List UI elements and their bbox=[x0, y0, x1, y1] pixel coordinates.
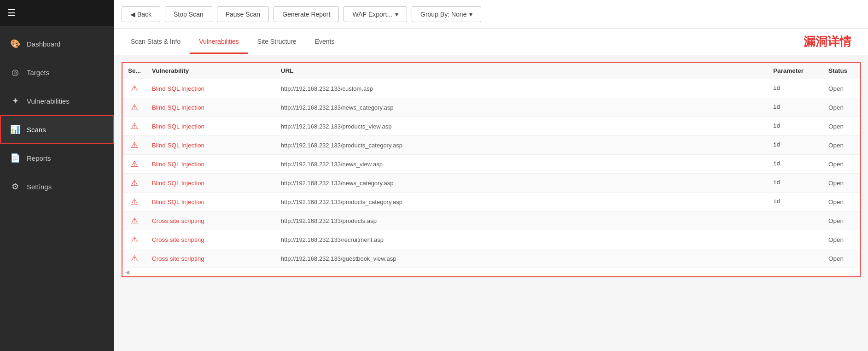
sidebar: ☰ 🎨 Dashboard ◎ Targets ✦ Vulnerabilitie… bbox=[0, 0, 114, 351]
url-cell: http://192.168.232.133/products.asp bbox=[275, 211, 768, 230]
url-cell: http://192.168.232.133/products_category… bbox=[275, 136, 768, 155]
stop-scan-button[interactable]: Stop Scan bbox=[165, 6, 212, 22]
group-by-button[interactable]: Group By: None ▾ bbox=[412, 6, 481, 22]
pause-scan-button[interactable]: Pause Scan bbox=[217, 6, 269, 22]
toolbar: ◀ Back Stop Scan Pause Scan Generate Rep… bbox=[114, 0, 868, 29]
vulnerability-table: Se... Vulnerability URL Parameter Status… bbox=[122, 63, 860, 268]
parameter-cell: id bbox=[768, 193, 823, 211]
vulnerability-name[interactable]: Blind SQL Injection bbox=[152, 161, 204, 168]
url-cell: http://192.168.232.133/guestbook_view.as… bbox=[275, 249, 768, 268]
severity-cell: ⚠ bbox=[122, 211, 146, 230]
severity-icon: ⚠ bbox=[128, 216, 141, 226]
tab-events[interactable]: Events bbox=[306, 30, 344, 54]
severity-icon: ⚠ bbox=[128, 121, 141, 131]
sidebar-item-targets[interactable]: ◎ Targets bbox=[0, 58, 114, 87]
url-cell: http://192.168.232.133/custom.asp bbox=[275, 79, 768, 98]
vulnerability-name[interactable]: Blind SQL Injection bbox=[152, 123, 204, 130]
parameter-cell bbox=[768, 211, 823, 230]
hamburger-icon[interactable]: ☰ bbox=[7, 7, 16, 18]
sidebar-item-reports[interactable]: 📄 Reports bbox=[0, 144, 114, 172]
table-row[interactable]: ⚠Blind SQL Injectionhttp://192.168.232.1… bbox=[122, 98, 860, 117]
vulnerability-cell[interactable]: Blind SQL Injection bbox=[146, 174, 275, 193]
generate-report-button[interactable]: Generate Report bbox=[274, 6, 339, 22]
table-row[interactable]: ⚠Blind SQL Injectionhttp://192.168.232.1… bbox=[122, 174, 860, 193]
status-cell: Open bbox=[823, 211, 860, 230]
table-row[interactable]: ⚠Cross site scriptinghttp://192.168.232.… bbox=[122, 230, 860, 249]
tab-site-structure[interactable]: Site Structure bbox=[248, 30, 306, 54]
vulnerability-name[interactable]: Cross site scripting bbox=[152, 236, 204, 243]
severity-cell: ⚠ bbox=[122, 230, 146, 249]
vulnerability-table-wrapper: Se... Vulnerability URL Parameter Status… bbox=[122, 62, 861, 277]
tab-title-chinese: 漏洞详情 bbox=[804, 34, 861, 50]
severity-icon: ⚠ bbox=[128, 197, 141, 207]
sidebar-item-scans[interactable]: 📊 Scans bbox=[0, 115, 114, 144]
vulnerabilities-icon: ✦ bbox=[10, 96, 20, 106]
sidebar-nav: 🎨 Dashboard ◎ Targets ✦ Vulnerabilities … bbox=[0, 26, 114, 201]
table-row[interactable]: ⚠Blind SQL Injectionhttp://192.168.232.1… bbox=[122, 155, 860, 174]
waf-export-button[interactable]: WAF Export... ▾ bbox=[344, 6, 407, 22]
scans-icon: 📊 bbox=[10, 124, 20, 135]
sidebar-item-label: Targets bbox=[27, 69, 49, 76]
col-header-url: URL bbox=[275, 63, 768, 79]
vulnerability-cell[interactable]: Cross site scripting bbox=[146, 249, 275, 268]
sidebar-item-dashboard[interactable]: 🎨 Dashboard bbox=[0, 29, 114, 58]
table-row[interactable]: ⚠Cross site scriptinghttp://192.168.232.… bbox=[122, 249, 860, 268]
vulnerability-name[interactable]: Blind SQL Injection bbox=[152, 142, 204, 149]
vulnerability-name[interactable]: Blind SQL Injection bbox=[152, 85, 204, 92]
vulnerability-name[interactable]: Blind SQL Injection bbox=[152, 180, 204, 187]
group-by-label: Group By: None bbox=[420, 11, 466, 18]
url-cell: http://192.168.232.133/products_category… bbox=[275, 193, 768, 211]
vulnerability-cell[interactable]: Blind SQL Injection bbox=[146, 155, 275, 174]
col-header-vulnerability: Vulnerability bbox=[146, 63, 275, 79]
vulnerability-cell[interactable]: Blind SQL Injection bbox=[146, 136, 275, 155]
main-content: ◀ Back Stop Scan Pause Scan Generate Rep… bbox=[114, 0, 868, 351]
back-button[interactable]: ◀ Back bbox=[122, 6, 160, 22]
group-by-chevron-icon: ▾ bbox=[469, 11, 472, 18]
parameter-cell bbox=[768, 230, 823, 249]
sidebar-item-label: Scans bbox=[27, 126, 46, 134]
url-cell: http://192.168.232.133/news_category.asp bbox=[275, 98, 768, 117]
vulnerability-name[interactable]: Blind SQL Injection bbox=[152, 199, 204, 205]
col-header-severity: Se... bbox=[122, 63, 146, 79]
vulnerability-cell[interactable]: Blind SQL Injection bbox=[146, 117, 275, 136]
vulnerability-name[interactable]: Cross site scripting bbox=[152, 217, 204, 224]
vulnerability-name[interactable]: Cross site scripting bbox=[152, 255, 204, 262]
tabs-bar: Scan Stats & Info Vulnerabilities Site S… bbox=[114, 29, 868, 55]
severity-icon: ⚠ bbox=[128, 178, 141, 188]
tab-scan-stats[interactable]: Scan Stats & Info bbox=[122, 30, 190, 54]
sidebar-item-settings[interactable]: ⚙ Settings bbox=[0, 172, 114, 201]
parameter-cell: id bbox=[768, 98, 823, 117]
settings-icon: ⚙ bbox=[10, 181, 20, 192]
status-cell: Open bbox=[823, 136, 860, 155]
status-cell: Open bbox=[823, 230, 860, 249]
table-area: Se... Vulnerability URL Parameter Status… bbox=[114, 55, 868, 351]
vulnerability-cell[interactable]: Blind SQL Injection bbox=[146, 193, 275, 211]
severity-icon: ⚠ bbox=[128, 159, 141, 169]
status-cell: Open bbox=[823, 117, 860, 136]
sidebar-item-vulnerabilities[interactable]: ✦ Vulnerabilities bbox=[0, 87, 114, 115]
url-cell: http://192.168.232.133/news_view.asp bbox=[275, 155, 768, 174]
vulnerability-cell[interactable]: Blind SQL Injection bbox=[146, 98, 275, 117]
table-row[interactable]: ⚠Cross site scriptinghttp://192.168.232.… bbox=[122, 211, 860, 230]
status-cell: Open bbox=[823, 174, 860, 193]
parameter-cell: id bbox=[768, 174, 823, 193]
vulnerability-cell[interactable]: Cross site scripting bbox=[146, 230, 275, 249]
table-row[interactable]: ⚠Blind SQL Injectionhttp://192.168.232.1… bbox=[122, 117, 860, 136]
url-cell: http://192.168.232.133/news_category.asp bbox=[275, 174, 768, 193]
url-cell: http://192.168.232.133/recruitment.asp bbox=[275, 230, 768, 249]
severity-cell: ⚠ bbox=[122, 155, 146, 174]
severity-cell: ⚠ bbox=[122, 79, 146, 98]
severity-cell: ⚠ bbox=[122, 98, 146, 117]
table-row[interactable]: ⚠Blind SQL Injectionhttp://192.168.232.1… bbox=[122, 136, 860, 155]
severity-icon: ⚠ bbox=[128, 140, 141, 150]
tab-vulnerabilities[interactable]: Vulnerabilities bbox=[190, 30, 248, 54]
vulnerability-name[interactable]: Blind SQL Injection bbox=[152, 104, 204, 111]
vulnerability-cell[interactable]: Cross site scripting bbox=[146, 211, 275, 230]
vulnerability-cell[interactable]: Blind SQL Injection bbox=[146, 79, 275, 98]
status-cell: Open bbox=[823, 79, 860, 98]
sidebar-item-label: Dashboard bbox=[27, 40, 60, 48]
table-row[interactable]: ⚠Blind SQL Injectionhttp://192.168.232.1… bbox=[122, 79, 860, 98]
parameter-cell bbox=[768, 249, 823, 268]
table-row[interactable]: ⚠Blind SQL Injectionhttp://192.168.232.1… bbox=[122, 193, 860, 211]
reports-icon: 📄 bbox=[10, 153, 20, 163]
